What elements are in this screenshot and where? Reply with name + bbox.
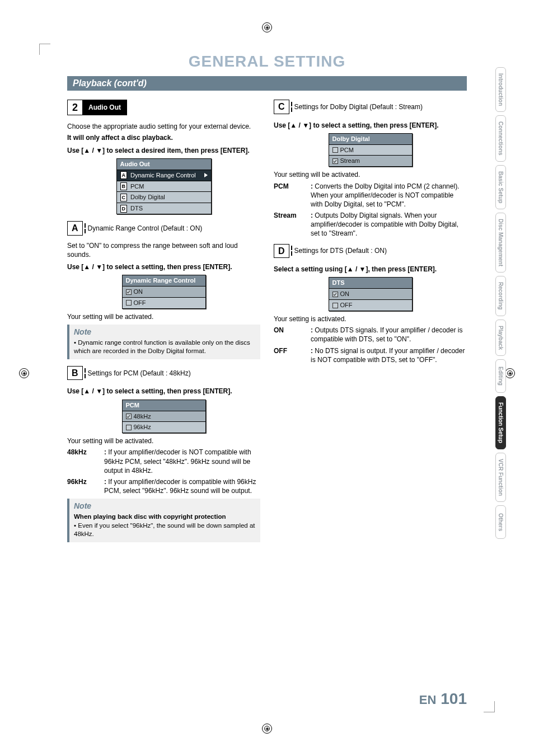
menu-item: OFF — [123, 297, 205, 308]
desc-val: No DTS signal is output. If your amplifi… — [311, 346, 467, 364]
menu-item-label: PCM — [130, 182, 144, 191]
letter-box: A — [67, 221, 83, 236]
a-description: Set to "ON" to compress the range betwee… — [67, 241, 260, 259]
section-header: Playback (cont'd) — [67, 76, 467, 91]
page-footer: EN 101 — [419, 690, 467, 708]
print-registration-mark: ◈ — [505, 368, 515, 378]
page-title: GENERAL SETTING — [67, 53, 467, 71]
tab-recording[interactable]: Recording — [495, 276, 506, 316]
menu-item-label: ON — [340, 290, 350, 298]
checkbox-on-icon — [332, 292, 338, 297]
letter-box: B — [67, 366, 83, 381]
note-heading: Note — [74, 327, 256, 337]
section-b-chip: B Settings for PCM (Default : 48kHz) — [67, 366, 191, 381]
menu-title: Audio Out — [117, 159, 211, 170]
menu-title-text: Audio Out — [120, 160, 150, 168]
note-heading: Note — [74, 501, 256, 511]
note-box-a: Note Dynamic range control function is a… — [67, 325, 260, 359]
tab-others[interactable]: Others — [495, 505, 506, 539]
menu-title: DTS — [329, 278, 412, 288]
tab-editing[interactable]: Editing — [495, 359, 506, 393]
use-instruction: Select a setting using [▲ / ▼], then pre… — [274, 265, 467, 274]
menu-item: 48kHz — [123, 411, 205, 422]
menu-item-letter: A — [120, 171, 128, 179]
desc-val: If your amplifier/decoder is NOT compati… — [104, 448, 260, 475]
chip-label: Settings for PCM (Default : 48kHz) — [88, 369, 191, 378]
chip-bars-icon — [85, 368, 86, 378]
b-after: Your setting will be activated. — [67, 436, 260, 445]
step-label: Audio Out — [83, 100, 127, 115]
menu-item-label: Dolby Digital — [130, 193, 165, 201]
checkbox-on-icon — [332, 158, 338, 164]
note-subheading: When playing back disc with copyright pr… — [74, 513, 256, 522]
note-box-b: Note When playing back disc with copyrig… — [67, 499, 260, 542]
section-d-chip: D Settings for DTS (Default : ON) — [274, 244, 387, 259]
menu-item: 96kHz — [123, 421, 205, 433]
tab-disc-management[interactable]: Disc Management — [495, 213, 506, 273]
menu-item-label: 96kHz — [134, 423, 151, 431]
menu-item: ON — [329, 288, 412, 299]
menu-item-letter: B — [120, 182, 128, 190]
desc-key: 96kHz — [67, 477, 101, 495]
letter-box: D — [274, 244, 289, 259]
section-a-chip: A Dynamic Range Control (Default : ON) — [67, 221, 202, 236]
desc-val: Converts the Dolby Digital into PCM (2 c… — [311, 182, 467, 209]
two-column-layout: 2 Audio Out Choose the appropriate audio… — [67, 96, 467, 546]
menu-item: D DTS — [117, 203, 211, 214]
desc-val: If your amplifier/decoder is compatible … — [104, 477, 260, 495]
menu-item-label: PCM — [340, 146, 354, 154]
chip-bars-icon — [291, 102, 292, 112]
menu-title: Dolby Digital — [329, 134, 412, 144]
menu-item: ON — [123, 286, 205, 297]
checkbox-on-icon — [126, 414, 132, 419]
note-item: Even if you select "96kHz", the sound wi… — [74, 522, 256, 539]
tab-function-setup[interactable]: Function Setup — [495, 396, 506, 449]
desc-key: OFF — [274, 346, 307, 364]
menu-item: Stream — [329, 155, 412, 166]
checkbox-off-icon — [126, 425, 132, 430]
desc-key: Stream — [274, 211, 307, 238]
menu-title-text: PCM — [126, 401, 139, 410]
d-after: Your setting is activated. — [274, 314, 467, 323]
desc-key: PCM — [274, 182, 307, 209]
menu-item-label: Stream — [340, 157, 360, 165]
chip-label: Settings for DTS (Default : ON) — [294, 246, 387, 255]
use-instruction: Use [▲ / ▼] to select a setting, then pr… — [67, 262, 260, 271]
menu-item-letter: D — [120, 205, 128, 213]
tab-vcr-function[interactable]: VCR Function — [495, 453, 506, 502]
desc-key: ON — [274, 326, 307, 344]
intro-text: Choose the appropriate audio setting for… — [67, 122, 260, 131]
note-item: Dynamic range control function is availa… — [74, 339, 256, 356]
c-desc-list: PCM Converts the Dolby Digital into PCM … — [274, 182, 467, 238]
desc-val: Outputs DTS signals. If your amplifier /… — [311, 326, 467, 344]
print-registration-mark: ◈ — [262, 22, 272, 32]
menu-title-text: Dynamic Range Control — [126, 276, 196, 285]
side-tabs: Introduction Connections Basic Setup Dis… — [495, 67, 506, 539]
dts-menu: DTS ON OFF — [329, 277, 413, 311]
intro-text-bold: It will only affect a disc playback. — [67, 133, 260, 142]
checkbox-off-icon — [126, 300, 132, 306]
tab-introduction[interactable]: Introduction — [495, 67, 506, 112]
print-registration-mark: ◈ — [262, 724, 272, 734]
footer-page-number: 101 — [441, 690, 467, 708]
chip-label: Dynamic Range Control (Default : ON) — [88, 224, 203, 233]
tab-playback[interactable]: Playback — [495, 320, 506, 356]
audio-out-menu: Audio Out A Dynamic Range Control B PCM … — [116, 158, 212, 214]
menu-title-text: Dolby Digital — [332, 135, 370, 143]
pcm-menu: PCM 48kHz 96kHz — [122, 400, 206, 434]
right-column: C Settings for Dolby Digital (Default : … — [274, 96, 467, 546]
footer-lang: EN — [419, 693, 437, 707]
menu-item: C Dolby Digital — [117, 191, 211, 203]
tab-basic-setup[interactable]: Basic Setup — [495, 165, 506, 209]
step-chip-2: 2 Audio Out — [67, 100, 127, 115]
menu-title-text: DTS — [332, 279, 345, 287]
menu-item-label: Dynamic Range Control — [130, 171, 196, 180]
tab-connections[interactable]: Connections — [495, 115, 506, 162]
desc-key: 48kHz — [67, 448, 101, 475]
page-content: GENERAL SETTING Playback (cont'd) 2 Audi… — [45, 45, 489, 711]
section-c-chip: C Settings for Dolby Digital (Default : … — [274, 100, 423, 114]
left-column: 2 Audio Out Choose the appropriate audio… — [67, 96, 260, 546]
menu-item: B PCM — [117, 181, 211, 192]
dolby-menu: Dolby Digital PCM Stream — [329, 133, 413, 167]
a-after: Your setting will be activated. — [67, 312, 260, 321]
